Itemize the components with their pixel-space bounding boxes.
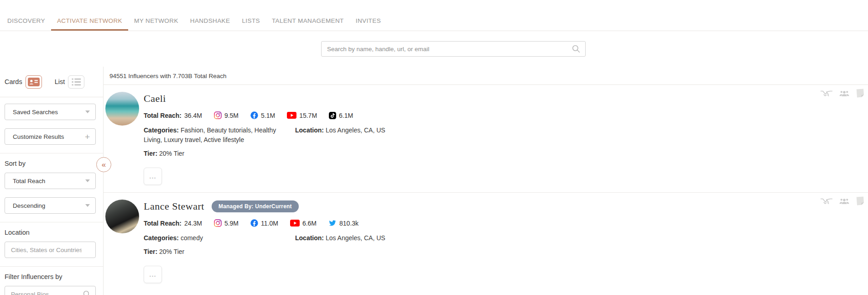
saved-searches-dropdown[interactable]: Saved Searches: [5, 104, 96, 120]
influencer-card: Lance Stewart Managed By: UnderCurrent T…: [104, 193, 868, 290]
influencer-name[interactable]: Lance Stewart: [144, 200, 204, 212]
managed-by-badge: Managed By: UnderCurrent: [212, 200, 299, 212]
tab-invites[interactable]: INVITES: [350, 0, 387, 31]
filter-section: Filter Influencers by: [0, 267, 103, 295]
influencer-name[interactable]: Caeli: [144, 93, 166, 105]
top-navigation: DISCOVERYACTIVATE NETWORKMY NETWORKHANDS…: [0, 0, 868, 31]
card-actions: [821, 196, 864, 205]
location-input[interactable]: [5, 242, 95, 258]
avatar[interactable]: [105, 200, 139, 233]
facebook-reach-value: 5.1M: [261, 112, 275, 119]
sort-field-dropdown[interactable]: Total Reach: [5, 173, 96, 189]
youtube-icon: [290, 220, 300, 227]
influencer-cards-list: Caeli Total Reach: 36.4M 9.5M5.1M15.7M6.…: [104, 85, 868, 290]
filter-sidebar: Cards List Saved Searches Customize R: [0, 67, 104, 295]
collapse-sidebar-button[interactable]: «: [96, 157, 111, 172]
more-options-button[interactable]: ...: [144, 168, 162, 185]
sort-direction-value: Descending: [13, 202, 85, 209]
twitter-icon: [328, 220, 337, 227]
youtube-stat: 6.6M: [290, 220, 317, 227]
facebook-stat: 11.0M: [250, 219, 278, 227]
list-view-button[interactable]: [68, 75, 84, 89]
categories-label: Categories:: [144, 234, 181, 242]
tab-activate-network[interactable]: ACTIVATE NETWORK: [51, 0, 128, 31]
users-icon[interactable]: [839, 198, 849, 205]
search-icon: [83, 290, 91, 295]
search-box[interactable]: [321, 41, 586, 57]
sort-field-value: Total Reach: [13, 178, 85, 184]
tab-label: INVITES: [356, 17, 381, 24]
tab-label: ACTIVATE NETWORK: [57, 17, 122, 24]
location-label: Location:: [295, 234, 326, 242]
customize-results-button[interactable]: Customize Results +: [5, 128, 96, 145]
location-label: Location:: [295, 126, 326, 134]
tab-label: TALENT MANAGEMENT: [272, 17, 344, 24]
note-icon[interactable]: [856, 196, 864, 205]
tab-talent-management[interactable]: TALENT MANAGEMENT: [266, 0, 350, 31]
cards-icon: [28, 78, 40, 86]
results-summary: 94551 Influencers with 7.703B Total Reac…: [104, 67, 868, 85]
tiktok-stat: 6.1M: [329, 112, 353, 119]
results-area: 94551 Influencers with 7.703B Total Reac…: [104, 67, 868, 295]
instagram-icon: [214, 111, 222, 119]
sort-by-label: Sort by: [5, 160, 96, 167]
cards-view-button[interactable]: [26, 75, 42, 89]
tiktok-icon: [329, 112, 336, 119]
content-area: Cards List Saved Searches Customize R: [0, 67, 868, 295]
instagram-stat: 5.9M: [214, 219, 239, 227]
tier-value: 20% Tier: [159, 150, 184, 157]
tab-discovery[interactable]: DISCOVERY: [1, 0, 51, 31]
search-settings-section: Saved Searches Customize Results +: [0, 97, 103, 153]
facebook-icon: [250, 111, 258, 119]
plus-icon: +: [85, 132, 90, 141]
location-value: Los Angeles, CA, US: [326, 234, 385, 242]
tab-label: LISTS: [242, 17, 260, 24]
youtube-reach-value: 6.6M: [302, 220, 317, 227]
personal-bios-input[interactable]: [5, 286, 95, 295]
youtube-icon: [287, 112, 296, 119]
facebook-stat: 5.1M: [250, 111, 275, 119]
tier-label: Tier:: [144, 150, 159, 157]
location-value: Los Angeles, CA, US: [326, 126, 385, 134]
handshake-icon[interactable]: [821, 197, 832, 205]
influencer-card: Caeli Total Reach: 36.4M 9.5M5.1M15.7M6.…: [104, 85, 868, 193]
facebook-reach-value: 11.0M: [261, 220, 278, 227]
location-label: Location: [5, 229, 96, 236]
note-icon[interactable]: [856, 89, 864, 98]
chevron-down-icon: [85, 179, 90, 182]
search-row: [0, 31, 868, 67]
list-icon: [71, 78, 82, 86]
sort-direction-dropdown[interactable]: Descending: [5, 197, 96, 214]
instagram-icon: [214, 219, 222, 227]
tab-my-network[interactable]: MY NETWORK: [128, 0, 184, 31]
facebook-icon: [250, 219, 258, 227]
twitter-reach-value: 810.3k: [339, 220, 359, 227]
categories-label: Categories:: [144, 126, 181, 134]
total-reach-label: Total Reach:: [144, 220, 182, 227]
search-input[interactable]: [322, 46, 572, 53]
tab-handshake[interactable]: HANDSHAKE: [184, 0, 236, 31]
instagram-reach-value: 9.5M: [224, 112, 239, 119]
twitter-stat: 810.3k: [328, 220, 359, 227]
filter-influencers-label: Filter Influencers by: [5, 273, 96, 280]
handshake-icon[interactable]: [821, 90, 832, 97]
instagram-stat: 9.5M: [214, 111, 239, 119]
tab-lists[interactable]: LISTS: [236, 0, 266, 31]
total-reach-value: 24.3M: [184, 220, 202, 227]
customize-results-label: Customize Results: [13, 133, 85, 140]
categories-value: comedy: [181, 234, 203, 242]
view-toggle: Cards List: [0, 67, 103, 97]
total-reach-label: Total Reach:: [144, 112, 182, 119]
saved-searches-label: Saved Searches: [13, 109, 85, 116]
tab-label: DISCOVERY: [7, 17, 45, 24]
tab-label: HANDSHAKE: [190, 17, 230, 24]
search-icon: [572, 44, 581, 53]
reach-stats-row: Total Reach: 24.3M 5.9M11.0M6.6M810.3k: [144, 219, 868, 227]
youtube-stat: 15.7M: [287, 112, 317, 119]
tier-value: 20% Tier: [159, 248, 184, 255]
tab-label: MY NETWORK: [134, 17, 178, 24]
more-options-button[interactable]: ...: [144, 266, 162, 283]
avatar[interactable]: [105, 92, 139, 126]
chevron-down-icon: [85, 111, 90, 113]
users-icon[interactable]: [839, 90, 849, 97]
